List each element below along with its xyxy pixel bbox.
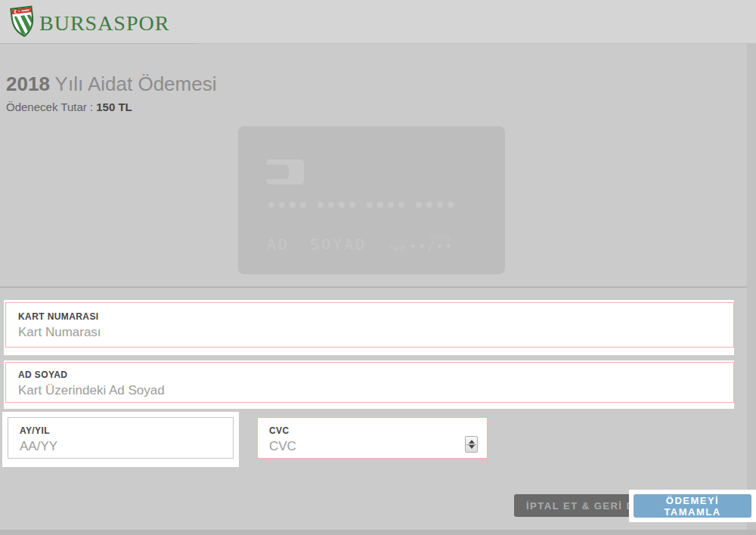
expiry-input[interactable] bbox=[20, 439, 222, 454]
bursaspor-crest-icon bbox=[9, 4, 37, 39]
card-number-dot bbox=[448, 202, 454, 208]
page-bottom-edge bbox=[0, 530, 756, 535]
card-number-dot-group bbox=[268, 202, 306, 208]
card-number-field: KART NUMARASI bbox=[5, 302, 734, 348]
card-chip-icon bbox=[266, 159, 304, 184]
card-name-label: AD SOYAD bbox=[18, 370, 721, 380]
card-number-label: KART NUMARASI bbox=[18, 311, 721, 322]
submit-payment-button[interactable]: ÖDEMEYİ TAMAMLA bbox=[634, 494, 751, 518]
cvc-spinner[interactable] bbox=[465, 436, 478, 453]
submit-button-glow: ÖDEMEYİ TAMAMLA bbox=[629, 490, 756, 522]
page-title-rest: Yılı Aidat Ödemesi bbox=[50, 73, 217, 95]
card-number-dot bbox=[388, 202, 394, 208]
card-name-input[interactable] bbox=[18, 383, 721, 398]
card-number-dot bbox=[416, 202, 422, 208]
card-chip-notch bbox=[266, 165, 289, 179]
card-number-dot bbox=[290, 202, 296, 208]
brand-name: BURSASPOR bbox=[39, 7, 169, 36]
card-number-dot bbox=[377, 202, 383, 208]
section-divider bbox=[0, 286, 747, 288]
card-expiry-side-label: Tarih bbox=[389, 244, 406, 254]
card-number-dot bbox=[437, 202, 443, 208]
card-name-field-wrapper: AD SOYAD bbox=[4, 360, 734, 409]
cvc-input[interactable] bbox=[269, 439, 476, 454]
card-number-dot bbox=[268, 202, 274, 208]
card-number-dot bbox=[349, 202, 355, 208]
card-name-field: AD SOYAD bbox=[5, 362, 734, 403]
card-number-field-wrapper: KART NUMARASI bbox=[4, 300, 734, 355]
card-number-dot bbox=[426, 202, 432, 208]
card-number-dot-group bbox=[416, 202, 454, 208]
spinner-down-icon[interactable] bbox=[469, 445, 475, 449]
card-number-dots bbox=[268, 202, 454, 208]
cvc-label: CVC bbox=[269, 425, 476, 436]
card-expiry: Tarih ••/•• bbox=[389, 240, 454, 254]
header: BURSASPOR bbox=[0, 0, 756, 44]
page-title-year: 2018 bbox=[6, 73, 50, 95]
card-expiry-value: ••/•• bbox=[410, 240, 454, 254]
cvc-field: CVC bbox=[257, 417, 488, 459]
spinner-up-icon[interactable] bbox=[469, 440, 475, 444]
card-number-dot bbox=[328, 202, 334, 208]
card-number-input[interactable] bbox=[18, 325, 721, 340]
card-number-dot bbox=[339, 202, 345, 208]
amount-value: 150 TL bbox=[96, 101, 132, 113]
expiry-label: AY/YIL bbox=[20, 425, 222, 436]
brand-logo: BURSASPOR bbox=[11, 5, 169, 37]
card-number-dot bbox=[398, 202, 404, 208]
credit-card-preview: AD SOYAD AY/YIL Tarih ••/•• bbox=[238, 126, 505, 274]
expiry-field: AY/YIL bbox=[8, 417, 234, 459]
card-number-dot-group bbox=[367, 202, 404, 208]
card-number-dot-group bbox=[318, 202, 355, 208]
card-number-dot bbox=[279, 202, 285, 208]
card-number-dot bbox=[367, 202, 373, 208]
card-number-dot bbox=[300, 202, 306, 208]
expiry-field-wrapper: AY/YIL bbox=[2, 412, 239, 467]
card-number-dot bbox=[318, 202, 324, 208]
amount-due: Ödenecek Tutar : 150 TL bbox=[6, 101, 132, 113]
amount-label: Ödenecek Tutar : bbox=[6, 101, 96, 113]
card-preview-name: AD SOYAD bbox=[267, 235, 367, 253]
page-title: 2018 Yılı Aidat Ödemesi bbox=[6, 73, 216, 96]
